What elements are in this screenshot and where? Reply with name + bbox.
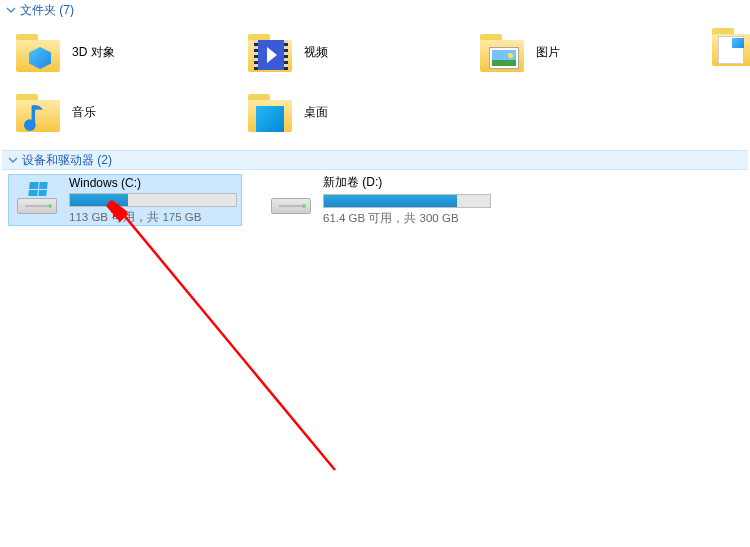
folder-icon [14,28,62,76]
folder-item-videos[interactable]: 视频 [240,22,472,82]
chevron-down-icon [6,5,16,15]
drive-name: 新加卷 (D:) [323,174,489,191]
drive-info: 新加卷 (D:) 61.4 GB 可用，共 300 GB [323,174,489,226]
folder-label: 3D 对象 [72,44,115,61]
folder-grid: 3D 对象 视频 图片 音乐 [0,20,750,146]
drive-usage-fill [70,194,128,206]
folder-item-music[interactable]: 音乐 [8,82,240,142]
chevron-down-icon [8,155,18,165]
drive-item-c[interactable]: Windows (C:) 113 GB 可用，共 175 GB [8,174,242,226]
drive-usage-bar [69,193,237,207]
folder-label: 视频 [304,44,328,61]
video-icon [254,40,288,70]
section-header-folders-label: 文件夹 (7) [20,2,74,19]
folder-item-pictures[interactable]: 图片 [472,22,704,82]
music-icon [24,100,52,134]
folder-item-3d[interactable]: 3D 对象 [8,22,240,82]
drive-icon [269,182,313,218]
drive-info: Windows (C:) 113 GB 可用，共 175 GB [69,176,235,225]
section-header-drives[interactable]: 设备和驱动器 (2) [2,150,748,170]
drive-icon [15,182,59,218]
section-header-folders[interactable]: 文件夹 (7) [0,0,750,20]
cube-icon [29,47,51,69]
folder-label: 图片 [536,44,560,61]
folder-label: 音乐 [72,104,96,121]
windows-logo-icon [28,182,47,196]
folder-icon [14,88,62,136]
drive-status: 61.4 GB 可用，共 300 GB [323,211,489,226]
svg-line-1 [118,208,335,470]
drive-usage-bar [323,194,491,208]
drive-row: Windows (C:) 113 GB 可用，共 175 GB 新加卷 (D:)… [0,172,750,226]
drive-usage-fill [324,195,457,207]
folder-icon [478,28,526,76]
picture-icon [490,48,518,68]
folder-icon [246,88,294,136]
drive-name: Windows (C:) [69,176,235,190]
drive-item-d[interactable]: 新加卷 (D:) 61.4 GB 可用，共 300 GB [262,174,496,226]
folder-label: 桌面 [304,104,328,121]
svg-point-0 [24,119,36,131]
section-header-drives-label: 设备和驱动器 (2) [22,152,112,169]
drive-status: 113 GB 可用，共 175 GB [69,210,235,225]
folder-item-partial[interactable] [710,22,750,78]
folder-icon [246,28,294,76]
desktop-icon [256,106,284,132]
folder-item-desktop[interactable]: 桌面 [240,82,472,142]
